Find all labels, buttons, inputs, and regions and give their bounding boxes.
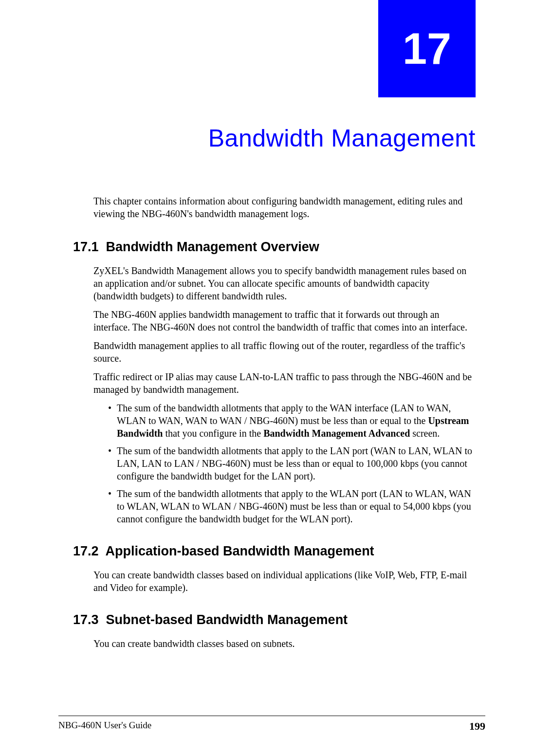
- page-footer: NBG-460N User's Guide 199: [58, 716, 485, 733]
- section-heading: 17.1 Bandwidth Management Overview: [73, 239, 476, 256]
- content-area: This chapter contains information about …: [73, 195, 476, 667]
- chapter-number: 17: [403, 24, 451, 74]
- chapter-title-wrap: Bandwidth Management: [73, 124, 476, 152]
- section-body: You can create bandwidth classes based o…: [93, 569, 476, 594]
- para: Traffic redirect or IP alias may cause L…: [93, 370, 476, 396]
- list-item: The sum of the bandwidth allotments that…: [108, 444, 476, 482]
- bullet-list: The sum of the bandwidth allotments that…: [108, 402, 476, 525]
- section-title: Application-based Bandwidth Management: [106, 544, 374, 558]
- section-heading: 17.2 Application-based Bandwidth Managem…: [73, 543, 476, 560]
- footer-page-number: 199: [469, 720, 485, 733]
- chapter-number-block: 17: [378, 0, 476, 97]
- section-body: You can create bandwidth classes based o…: [93, 637, 476, 650]
- para: You can create bandwidth classes based o…: [93, 637, 476, 650]
- para: ZyXEL's Bandwidth Management allows you …: [93, 264, 476, 302]
- bullet-text-pre: The sum of the bandwidth allotments that…: [117, 403, 451, 426]
- chapter-title: Bandwidth Management: [73, 124, 476, 152]
- section-heading: 17.3 Subnet-based Bandwidth Management: [73, 611, 476, 628]
- section-number: 17.1: [73, 240, 99, 254]
- intro-paragraph: This chapter contains information about …: [93, 195, 476, 220]
- list-item: The sum of the bandwidth allotments that…: [108, 402, 476, 440]
- section-17-3: 17.3 Subnet-based Bandwidth Management Y…: [73, 611, 476, 650]
- para: You can create bandwidth classes based o…: [93, 569, 476, 594]
- para: The NBG-460N applies bandwidth managemen…: [93, 308, 476, 333]
- section-number: 17.2: [73, 544, 99, 558]
- section-number: 17.3: [73, 612, 99, 627]
- section-17-1: 17.1 Bandwidth Management Overview ZyXEL…: [73, 239, 476, 525]
- list-item: The sum of the bandwidth allotments that…: [108, 487, 476, 525]
- section-title: Bandwidth Management Overview: [106, 240, 319, 254]
- intro-text: This chapter contains information about …: [93, 195, 476, 220]
- bullet-text-post: screen.: [410, 428, 440, 439]
- section-title: Subnet-based Bandwidth Management: [106, 612, 348, 627]
- page-container: 17 Bandwidth Management This chapter con…: [0, 0, 534, 756]
- section-body: ZyXEL's Bandwidth Management allows you …: [93, 264, 476, 525]
- section-17-2: 17.2 Application-based Bandwidth Managem…: [73, 543, 476, 594]
- para: Bandwidth management applies to all traf…: [93, 339, 476, 365]
- bullet-text-mid: that you configure in the: [163, 428, 264, 439]
- bullet-bold-2: Bandwidth Management Advanced: [263, 428, 410, 439]
- footer-guide-name: NBG-460N User's Guide: [58, 720, 151, 733]
